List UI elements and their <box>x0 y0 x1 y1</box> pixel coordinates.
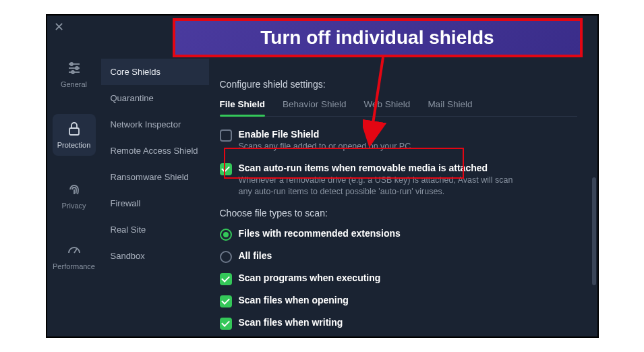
gauge-icon <box>66 242 82 258</box>
annotation-text: Turn off individual shields <box>260 27 494 49</box>
radio-all-files-row[interactable]: All files <box>220 250 577 263</box>
submenu-remote-access[interactable]: Remote Access Shield <box>101 138 209 164</box>
main-panel: Configure shield settings: File Shield B… <box>209 16 597 336</box>
check-exec-label: Scan programs when executing <box>239 272 381 283</box>
fingerprint-icon <box>66 181 82 198</box>
checkbox-open[interactable] <box>220 295 232 307</box>
radio-all-files[interactable] <box>220 251 232 263</box>
check-write-row[interactable]: Scan files when writing <box>220 317 577 330</box>
autorun-row[interactable]: Scan auto-run items when removable media… <box>220 163 577 198</box>
sidebar-item-privacy[interactable]: Privacy <box>53 175 96 216</box>
submenu: Core Shields Quarantine Network Inspecto… <box>101 16 209 336</box>
tab-behavior-shield[interactable]: Behavior Shield <box>283 99 347 116</box>
sidebar-label: Privacy <box>61 202 86 210</box>
radio-all-files-label: All files <box>239 250 272 261</box>
radio-recommended[interactable] <box>220 229 232 241</box>
choose-label: Choose file types to scan: <box>220 208 577 218</box>
autorun-title: Scan auto-run items when removable media… <box>239 163 522 173</box>
submenu-real-site[interactable]: Real Site <box>101 216 209 243</box>
submenu-core-shields[interactable]: Core Shields <box>101 59 209 85</box>
annotation-arrow <box>363 57 403 150</box>
sidebar-item-general[interactable]: General <box>53 53 96 95</box>
sidebar-categories: General Protection Privacy Performance <box>47 16 101 336</box>
lock-icon <box>66 121 82 137</box>
checkbox-autorun[interactable] <box>220 163 232 175</box>
submenu-firewall[interactable]: Firewall <box>101 190 209 216</box>
check-open-row[interactable]: Scan files when opening <box>220 295 577 307</box>
check-exec-row[interactable]: Scan programs when executing <box>220 272 577 285</box>
annotation-banner: Turn off individual shields <box>173 18 583 57</box>
submenu-quarantine[interactable]: Quarantine <box>101 85 209 111</box>
checkbox-exec[interactable] <box>220 273 232 285</box>
tab-mail-shield[interactable]: Mail Shield <box>428 99 472 116</box>
sidebar-label: General <box>61 80 87 88</box>
svg-line-7 <box>74 249 77 253</box>
sidebar-item-protection[interactable]: Protection <box>53 114 96 156</box>
check-open-label: Scan files when opening <box>239 295 349 305</box>
sliders-icon <box>66 60 82 76</box>
submenu-ransomware[interactable]: Ransomware Shield <box>101 164 209 190</box>
close-icon[interactable]: ✕ <box>54 20 64 34</box>
submenu-network-inspector[interactable]: Network Inspector <box>101 111 209 138</box>
sidebar-item-performance[interactable]: Performance <box>53 235 96 277</box>
sidebar-label: Performance <box>53 262 95 270</box>
autorun-sub: Whenever a removable drive (e.g. a USB k… <box>239 175 522 198</box>
app-window: Turn off individual shields ✕ Enable Ant… <box>46 14 599 338</box>
checkbox-enable-file-shield[interactable] <box>220 129 232 142</box>
check-write-label: Scan files when writing <box>239 317 343 328</box>
svg-rect-6 <box>69 128 79 135</box>
scrollbar[interactable] <box>592 177 596 285</box>
checkbox-write[interactable] <box>220 318 232 330</box>
radio-recommended-label: Files with recommended extensions <box>239 228 401 239</box>
radio-recommended-row[interactable]: Files with recommended extensions <box>220 228 577 241</box>
sidebar-label: Protection <box>57 141 91 149</box>
tab-file-shield[interactable]: File Shield <box>220 99 266 116</box>
submenu-sandbox[interactable]: Sandbox <box>101 243 209 269</box>
